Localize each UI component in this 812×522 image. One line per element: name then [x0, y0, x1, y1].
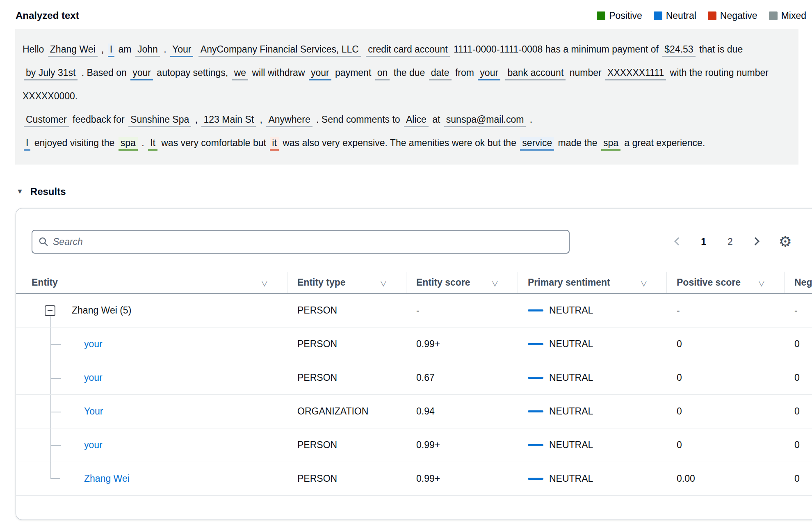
neutral-sentiment-bar-icon [528, 343, 543, 345]
settings-button[interactable] [778, 234, 793, 250]
sentiment-label: NEUTRAL [549, 406, 593, 417]
entity-type-cell: ORGANIZATION [287, 395, 406, 428]
entity-highlight[interactable]: XXXXXX1111 [605, 67, 666, 80]
entity-highlight[interactable]: It [148, 137, 157, 151]
entity-score-cell-value: 0.94 [416, 406, 435, 417]
plain-text: , [192, 114, 200, 125]
entity-highlight[interactable]: Zhang Wei [48, 44, 98, 57]
table-row: yourPERSON0.67NEUTRAL00 [16, 361, 812, 395]
primary-sentiment-cell: NEUTRAL [518, 361, 667, 394]
sentiment-label: NEUTRAL [549, 372, 593, 383]
entity-highlight[interactable]: we [232, 67, 248, 80]
search-icon [38, 236, 49, 247]
collapse-results-icon[interactable] [16, 188, 23, 196]
sort-icon[interactable] [380, 277, 386, 288]
sort-icon[interactable] [492, 277, 498, 288]
search-input[interactable] [53, 236, 563, 247]
collapse-group-button[interactable] [45, 305, 55, 316]
entity-highlight[interactable]: John [135, 44, 160, 57]
entity-link[interactable]: Zhang Wei [84, 473, 130, 484]
search-box[interactable] [32, 230, 570, 254]
positive-score-cell: - [667, 294, 785, 327]
minus-icon [48, 310, 52, 311]
entity-highlight[interactable]: spa [601, 137, 620, 151]
plain-text: the due [391, 67, 428, 78]
entity-highlight[interactable]: AnyCompany Financial Services, LLC [198, 44, 361, 57]
column-header-primary-sentiment[interactable]: Primary sentiment [518, 272, 667, 293]
entity-highlight[interactable]: credit card account [366, 44, 449, 57]
neutral-sentiment-bar-icon [528, 444, 543, 446]
plain-text: . Send comments to [314, 114, 403, 125]
table-row: yourPERSON0.99+NEUTRAL00 [16, 327, 812, 361]
page-button-2[interactable]: 2 [725, 235, 735, 249]
column-header-entity-type[interactable]: Entity type [287, 272, 406, 293]
table-row: Zhang Wei (5)PERSON-NEUTRAL-- [16, 294, 812, 327]
plain-text: at [430, 114, 443, 125]
entity-type-cell: PERSON [287, 327, 406, 361]
entity-highlight[interactable]: Your [170, 44, 193, 57]
chevron-left-icon [674, 237, 682, 245]
entity-highlight[interactable]: date [429, 67, 452, 80]
column-header-label: Entity score [416, 277, 470, 288]
entity-highlight[interactable]: I [108, 44, 114, 57]
analyzed-paragraph: I enjoyed visiting the spa . It was very… [23, 131, 791, 155]
chevron-right-icon [751, 237, 760, 245]
entity-highlight[interactable]: spa [119, 137, 138, 151]
entity-type-cell: PERSON [287, 361, 406, 394]
column-header-label: Positive score [677, 277, 741, 288]
column-header-positive-score[interactable]: Positive score [667, 272, 785, 293]
legend-swatch-icon [597, 11, 605, 20]
page-button-1[interactable]: 1 [698, 235, 709, 249]
entity-highlight[interactable]: your [309, 67, 331, 80]
entity-highlight[interactable]: I [24, 137, 30, 151]
column-header-label: Primary sentiment [528, 277, 610, 288]
column-header-negative-score[interactable]: Negative score [785, 272, 812, 293]
primary-sentiment-cell: NEUTRAL [518, 395, 667, 428]
entity-score-cell-value: - [416, 305, 420, 316]
analyzed-paragraph: Hello Zhang Wei , I am John . Your AnyCo… [23, 38, 791, 108]
entity-link[interactable]: your [84, 339, 103, 350]
entity-link[interactable]: your [84, 372, 103, 383]
plain-text: . [161, 44, 169, 55]
entity-highlight[interactable]: Customer [24, 114, 69, 127]
entity-type-cell-value: PERSON [297, 372, 337, 383]
entity-link[interactable]: your [84, 440, 103, 451]
sort-icon[interactable] [758, 277, 764, 288]
previous-page-button[interactable] [675, 238, 682, 246]
entity-highlight[interactable]: on [375, 67, 390, 80]
entity-link[interactable]: Your [84, 406, 103, 417]
column-header-entity-score[interactable]: Entity score [406, 272, 518, 293]
plain-text: will withdraw [249, 67, 308, 78]
next-page-button[interactable] [752, 238, 759, 246]
legend-swatch-icon [654, 11, 662, 20]
column-header-label: Entity type [297, 277, 346, 288]
negative-score-cell: 0 [785, 462, 812, 495]
sort-icon[interactable] [261, 277, 267, 288]
entity-highlight[interactable]: it [270, 137, 279, 151]
negative-score-cell: 0 [785, 395, 812, 428]
entity-score-cell: 0.99+ [406, 428, 518, 462]
tree-connector [50, 361, 62, 394]
entity-highlight[interactable]: Anywhere [266, 114, 312, 127]
entity-score-cell-value: 0.67 [416, 372, 435, 383]
entity-highlight[interactable]: your [130, 67, 153, 80]
entity-highlight[interactable]: by July 31st [24, 67, 78, 80]
sentiment-label: NEUTRAL [549, 440, 593, 451]
entity-type-cell-value: PERSON [297, 473, 337, 484]
entity-highlight[interactable]: Sunshine Spa [128, 114, 191, 127]
entity-highlight[interactable]: bank account [505, 67, 566, 80]
top-bar: Analyzed text PositiveNeutralNegativeMix… [0, 0, 812, 21]
negative-score-cell-value: 0 [794, 440, 800, 451]
sort-icon[interactable] [641, 277, 647, 288]
entity-cell: your [16, 428, 287, 462]
entity-highlight[interactable]: service [520, 137, 554, 151]
results-section-header[interactable]: Results [16, 186, 812, 197]
entity-highlight[interactable]: sunspa@mail.com [444, 114, 526, 127]
column-header-entity[interactable]: Entity [16, 272, 287, 293]
entity-highlight[interactable]: 123 Main St [201, 114, 256, 127]
entity-highlight[interactable]: Alice [404, 114, 429, 127]
entity-highlight[interactable]: $24.53 [662, 44, 695, 57]
entity-highlight[interactable]: your [478, 67, 500, 80]
plain-text: number [567, 67, 604, 78]
negative-score-cell-value: 0 [794, 473, 800, 484]
